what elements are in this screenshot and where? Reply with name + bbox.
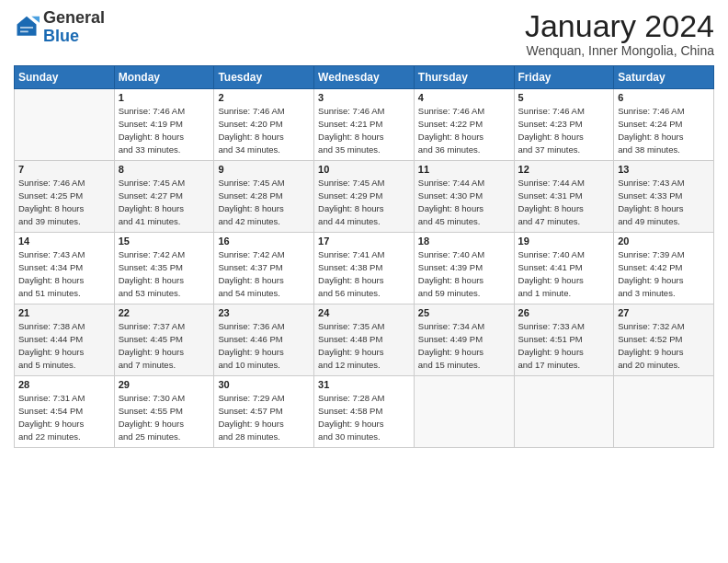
calendar-cell: 15Sunrise: 7:42 AMSunset: 4:35 PMDayligh…: [114, 233, 214, 304]
sunrise-text: Sunrise: 7:42 AM: [119, 248, 210, 261]
calendar-cell: 25Sunrise: 7:34 AMSunset: 4:49 PMDayligh…: [414, 304, 514, 376]
calendar-cell: 1Sunrise: 7:46 AMSunset: 4:19 PMDaylight…: [114, 89, 214, 161]
day-info: Sunrise: 7:46 AMSunset: 4:22 PMDaylight:…: [418, 105, 510, 155]
sunset-text: Sunset: 4:48 PM: [318, 333, 410, 346]
daylight-text: Daylight: 9 hours: [119, 346, 210, 359]
sunset-text: Sunset: 4:51 PM: [518, 333, 610, 346]
day-info: Sunrise: 7:44 AMSunset: 4:30 PMDaylight:…: [418, 177, 510, 227]
calendar-cell: 14Sunrise: 7:43 AMSunset: 4:34 PMDayligh…: [15, 233, 115, 304]
day-info: Sunrise: 7:32 AMSunset: 4:52 PMDaylight:…: [618, 320, 710, 371]
sunrise-text: Sunrise: 7:43 AM: [18, 248, 110, 261]
sunset-text: Sunset: 4:29 PM: [318, 190, 410, 202]
sunset-text: Sunset: 4:55 PM: [119, 405, 210, 418]
calendar-week-row: 1Sunrise: 7:46 AMSunset: 4:19 PMDaylight…: [15, 89, 714, 161]
calendar-week-row: 14Sunrise: 7:43 AMSunset: 4:34 PMDayligh…: [15, 233, 714, 304]
sunrise-text: Sunrise: 7:45 AM: [119, 177, 210, 190]
daylight-text-cont: and 42 minutes.: [218, 215, 310, 228]
day-number: 14: [18, 236, 110, 247]
sunrise-text: Sunrise: 7:38 AM: [18, 320, 110, 333]
weekday-header-thursday: Thursday: [414, 66, 514, 89]
logo-text: General Blue: [43, 9, 105, 46]
calendar-cell: 26Sunrise: 7:33 AMSunset: 4:51 PMDayligh…: [514, 304, 614, 376]
calendar-cell: 11Sunrise: 7:44 AMSunset: 4:30 PMDayligh…: [414, 161, 514, 233]
daylight-text-cont: and 15 minutes.: [418, 359, 510, 372]
day-number: 7: [18, 164, 110, 175]
sunset-text: Sunset: 4:34 PM: [18, 261, 110, 274]
day-info: Sunrise: 7:35 AMSunset: 4:48 PMDaylight:…: [318, 320, 410, 371]
sunset-text: Sunset: 4:39 PM: [418, 261, 510, 274]
daylight-text: Daylight: 8 hours: [618, 131, 710, 144]
sunrise-text: Sunrise: 7:40 AM: [518, 248, 610, 261]
daylight-text: Daylight: 8 hours: [618, 202, 710, 215]
sunset-text: Sunset: 4:57 PM: [218, 405, 310, 418]
day-number: 12: [518, 164, 610, 175]
daylight-text: Daylight: 8 hours: [518, 131, 610, 144]
calendar-cell: 13Sunrise: 7:43 AMSunset: 4:33 PMDayligh…: [614, 161, 714, 233]
daylight-text: Daylight: 9 hours: [218, 346, 310, 359]
sunset-text: Sunset: 4:49 PM: [418, 333, 510, 346]
day-number: 30: [218, 379, 310, 390]
sunset-text: Sunset: 4:35 PM: [119, 261, 210, 274]
daylight-text-cont: and 34 minutes.: [218, 144, 310, 156]
daylight-text-cont: and 7 minutes.: [119, 359, 210, 372]
sunrise-text: Sunrise: 7:43 AM: [618, 177, 710, 190]
day-number: 22: [119, 307, 210, 318]
daylight-text: Daylight: 8 hours: [318, 274, 410, 287]
day-number: 28: [18, 379, 110, 390]
weekday-header-tuesday: Tuesday: [214, 66, 314, 89]
daylight-text-cont: and 45 minutes.: [418, 215, 510, 228]
daylight-text-cont: and 1 minute.: [518, 287, 610, 300]
daylight-text: Daylight: 8 hours: [119, 131, 210, 144]
sunrise-text: Sunrise: 7:39 AM: [618, 248, 710, 261]
calendar-cell: 10Sunrise: 7:45 AMSunset: 4:29 PMDayligh…: [314, 161, 415, 233]
calendar-cell: 29Sunrise: 7:30 AMSunset: 4:55 PMDayligh…: [114, 376, 214, 448]
daylight-text: Daylight: 9 hours: [218, 418, 310, 431]
sunrise-text: Sunrise: 7:46 AM: [618, 105, 710, 118]
day-info: Sunrise: 7:45 AMSunset: 4:29 PMDaylight:…: [318, 177, 410, 227]
sunset-text: Sunset: 4:58 PM: [318, 405, 410, 418]
weekday-header-friday: Friday: [514, 66, 614, 89]
day-number: 23: [218, 307, 310, 318]
daylight-text: Daylight: 9 hours: [18, 346, 110, 359]
day-number: 2: [218, 92, 310, 103]
daylight-text: Daylight: 9 hours: [418, 346, 510, 359]
day-info: Sunrise: 7:43 AMSunset: 4:34 PMDaylight:…: [18, 248, 110, 299]
sunrise-text: Sunrise: 7:46 AM: [518, 105, 610, 118]
day-number: 15: [119, 236, 210, 247]
title-block: January 2024 Wenquan, Inner Mongolia, Ch…: [525, 9, 714, 58]
day-number: 18: [418, 236, 510, 247]
day-number: 4: [418, 92, 510, 103]
calendar-week-row: 7Sunrise: 7:46 AMSunset: 4:25 PMDaylight…: [15, 161, 714, 233]
day-info: Sunrise: 7:37 AMSunset: 4:45 PMDaylight:…: [119, 320, 210, 371]
day-number: 19: [518, 236, 610, 247]
day-number: 9: [218, 164, 310, 175]
calendar-cell: 20Sunrise: 7:39 AMSunset: 4:42 PMDayligh…: [614, 233, 714, 304]
daylight-text: Daylight: 8 hours: [318, 131, 410, 144]
daylight-text: Daylight: 9 hours: [618, 274, 710, 287]
calendar-cell: 21Sunrise: 7:38 AMSunset: 4:44 PMDayligh…: [15, 304, 115, 376]
weekday-header-row: SundayMondayTuesdayWednesdayThursdayFrid…: [15, 66, 714, 89]
sunrise-text: Sunrise: 7:31 AM: [18, 392, 110, 405]
daylight-text-cont: and 51 minutes.: [18, 287, 110, 300]
sunset-text: Sunset: 4:46 PM: [218, 333, 310, 346]
day-number: 11: [418, 164, 510, 175]
sunrise-text: Sunrise: 7:46 AM: [218, 105, 310, 118]
day-number: 20: [618, 236, 710, 247]
daylight-text: Daylight: 8 hours: [318, 202, 410, 215]
daylight-text: Daylight: 8 hours: [218, 274, 310, 287]
daylight-text: Daylight: 9 hours: [518, 274, 610, 287]
sunrise-text: Sunrise: 7:44 AM: [418, 177, 510, 190]
day-number: 6: [618, 92, 710, 103]
calendar-cell: 8Sunrise: 7:45 AMSunset: 4:27 PMDaylight…: [114, 161, 214, 233]
calendar-cell: 12Sunrise: 7:44 AMSunset: 4:31 PMDayligh…: [514, 161, 614, 233]
calendar-cell: 19Sunrise: 7:40 AMSunset: 4:41 PMDayligh…: [514, 233, 614, 304]
daylight-text: Daylight: 8 hours: [18, 202, 110, 215]
svg-rect-2: [20, 27, 33, 29]
day-number: 13: [618, 164, 710, 175]
sunrise-text: Sunrise: 7:46 AM: [18, 177, 110, 190]
sunset-text: Sunset: 4:27 PM: [119, 190, 210, 202]
location-subtitle: Wenquan, Inner Mongolia, China: [525, 43, 714, 58]
daylight-text: Daylight: 9 hours: [18, 418, 110, 431]
sunrise-text: Sunrise: 7:37 AM: [119, 320, 210, 333]
sunset-text: Sunset: 4:24 PM: [618, 118, 710, 131]
